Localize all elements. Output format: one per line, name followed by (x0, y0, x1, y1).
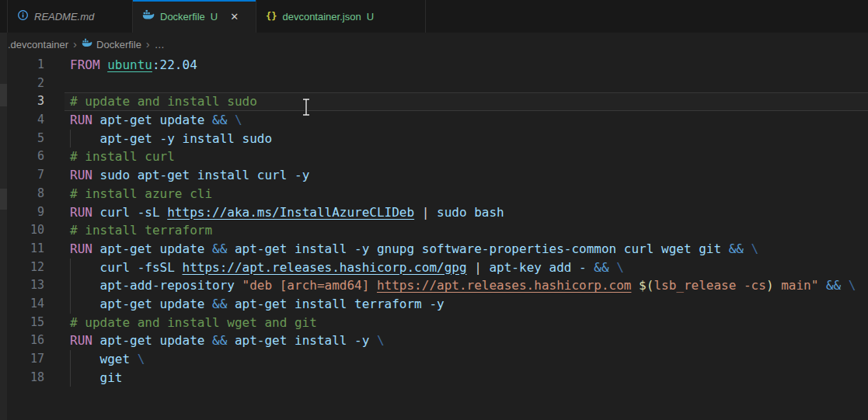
token-command: apt-get install -y gnupg software-proper… (227, 241, 728, 256)
token-continuation: \ (377, 333, 385, 348)
code-line-12[interactable]: 12 curl -fsSL https://apt.releases.hashi… (0, 259, 868, 277)
code-line-10[interactable]: 10# install terraform (0, 221, 868, 240)
code-editor[interactable]: 1FROM ubuntu:22.0423# update and install… (0, 56, 868, 420)
breadcrumb-item-devcontainer[interactable]: .devcontainer (8, 39, 68, 50)
code-line-1[interactable]: 1FROM ubuntu:22.04 (0, 56, 868, 75)
indent-guide (70, 276, 71, 295)
token-command: https://apt.releases.hashicorp.com/gpg (183, 260, 467, 275)
code-line-2[interactable]: 2 (0, 75, 868, 93)
line-content: # update and install sudo (64, 92, 868, 111)
tab-label: README.md (34, 11, 94, 23)
line-content: # install terraform (64, 221, 868, 240)
line-content: # install azure cli (64, 185, 868, 203)
line-number: 9 (0, 203, 44, 222)
token-command: sudo apt-get install curl -y (92, 168, 309, 182)
line-number: 18 (0, 369, 44, 387)
line-content: apt-get update && apt-get install terraf… (64, 295, 868, 314)
line-content: apt-get -y install sudo (64, 130, 868, 148)
token-string: main" (774, 278, 819, 293)
code-line-5[interactable]: 5 apt-get -y install sudo (0, 130, 868, 148)
line-number: 7 (0, 166, 44, 185)
token-command: curl -fsSL (70, 260, 183, 275)
token-continuation: \ (849, 278, 856, 293)
text-cursor-pointer (302, 98, 311, 116)
line-content: RUN apt-get update && \ (64, 111, 868, 130)
line-number: 1 (0, 56, 44, 75)
code-line-11[interactable]: 11RUN apt-get update && apt-get install … (0, 240, 868, 259)
line-content: curl -fsSL https://apt.releases.hashicor… (64, 259, 868, 277)
token-comment: # update and install sudo (70, 94, 257, 109)
code-line-8[interactable]: 8# install azure cli (0, 185, 868, 203)
token-command: apt-add-repository (70, 278, 242, 293)
indent-guide (70, 295, 71, 314)
tab-devcontainer-json[interactable]: {} devcontainer.json U (256, 0, 426, 33)
line-number: 16 (0, 331, 44, 350)
git-untracked-badge: U (367, 11, 374, 23)
line-number: 2 (0, 75, 44, 93)
token-command: apt-get install -y (227, 333, 377, 348)
indent-guide (70, 259, 71, 277)
close-icon[interactable]: ✕ (228, 10, 241, 23)
token-operator: && (729, 241, 744, 256)
code-line-4[interactable]: 4RUN apt-get update && \ (0, 111, 868, 130)
token-plain: | (474, 260, 482, 275)
token-command: apt-key add - (482, 260, 594, 275)
code-line-15[interactable]: 15# update and install wget and git (0, 314, 868, 332)
line-number: 3 (0, 92, 44, 111)
token-command: apt-get update (92, 333, 212, 348)
token-command: apt-get update (70, 297, 212, 311)
token-command: https://aka.ms/InstallAzureCLIDeb (167, 205, 414, 220)
token-string (631, 278, 639, 293)
code-line-6[interactable]: 6# install curl (0, 148, 868, 166)
token-plain (609, 260, 617, 275)
breadcrumb-item-dockerfile[interactable]: Dockerfile (96, 39, 141, 50)
line-number: 11 (0, 240, 44, 259)
info-icon (17, 9, 29, 23)
line-number: 4 (0, 111, 44, 130)
token-keyword: RUN (70, 241, 92, 256)
code-line-16[interactable]: 16RUN apt-get update && apt-get install … (0, 331, 868, 350)
token-command: wget (70, 352, 138, 366)
token-plain: | (422, 205, 430, 220)
line-content: wget \ (64, 350, 868, 369)
token-continuation: \ (616, 260, 624, 275)
token-plain (467, 260, 475, 275)
tab-dockerfile[interactable]: Dockerfile U ✕ (133, 0, 256, 33)
editor-tab-bar: README.md Dockerfile U ✕ {} devcontainer… (0, 0, 868, 33)
code-line-14[interactable]: 14 apt-get update && apt-get install ter… (0, 295, 868, 314)
code-line-9[interactable]: 9RUN curl -sL https://aka.ms/InstallAzur… (0, 203, 868, 222)
breadcrumb-item-symbols[interactable]: … (155, 39, 165, 50)
code-line-13[interactable]: 13 apt-add-repository "deb [arch=amd64] … (0, 276, 868, 295)
code-line-7[interactable]: 7RUN sudo apt-get install curl -y (0, 166, 868, 185)
chevron-right-icon: › (146, 38, 150, 50)
code-line-18[interactable]: 18 git (0, 369, 868, 387)
code-line-17[interactable]: 17 wget \ (0, 350, 868, 369)
token-plain (414, 205, 422, 220)
line-number: 15 (0, 314, 44, 332)
code-line-3[interactable]: 3# update and install sudo (0, 92, 868, 111)
token-command: :22.04 (152, 57, 197, 72)
tab-readme-md[interactable]: README.md (7, 0, 133, 33)
line-number: 12 (0, 259, 44, 277)
token-command: curl -sL (92, 205, 167, 220)
line-number: 10 (0, 221, 44, 240)
token-operator: && (826, 278, 841, 293)
line-number: 5 (0, 130, 44, 148)
token-string: https://apt.releases.hashicorp.com (377, 278, 632, 293)
line-number: 13 (0, 276, 44, 295)
token-keyword: RUN (70, 205, 92, 220)
token-comment: # install curl (70, 149, 175, 164)
token-comment: # update and install wget and git (70, 315, 317, 330)
token-plain (818, 278, 826, 293)
token-keyword: RUN (70, 168, 92, 182)
line-number: 6 (0, 148, 44, 166)
token-continuation: \ (138, 352, 145, 366)
json-braces-icon: {} (266, 11, 277, 22)
line-content: git (64, 369, 868, 387)
indent-guide (70, 350, 71, 369)
token-operator: && (594, 260, 608, 275)
line-content: RUN apt-get update && apt-get install -y… (64, 331, 868, 350)
line-content: # update and install wget and git (64, 314, 868, 332)
line-number: 14 (0, 295, 44, 314)
tab-label: Dockerfile (160, 11, 205, 23)
